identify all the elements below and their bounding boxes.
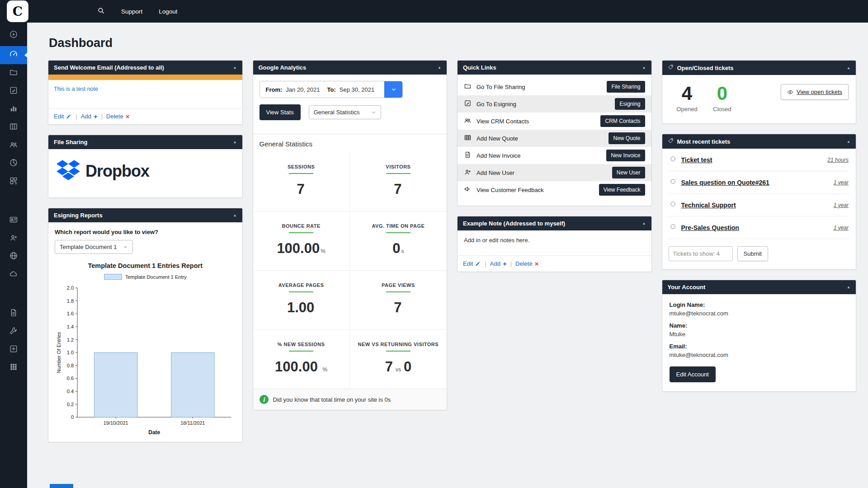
quick-link-new-quote[interactable]: Add New Quote New Quote <box>458 130 651 147</box>
sidebar-item-tables[interactable] <box>0 118 27 136</box>
edit-account-button[interactable]: Edit Account <box>670 366 716 382</box>
stat-avg-time-on-page: AVG. TIME ON PAGE 0s <box>350 211 447 271</box>
pencil-square-icon <box>464 99 472 108</box>
submit-button[interactable]: Submit <box>737 246 768 261</box>
svg-text:0: 0 <box>71 414 74 420</box>
view-open-tickets-button[interactable]: View open tickets <box>781 84 849 100</box>
sidebar-toggle-button[interactable] <box>0 27 27 43</box>
ticket-link[interactable]: Pre-Sales Question <box>681 224 739 231</box>
view-feedback-button[interactable]: View Feedback <box>599 184 645 196</box>
collapse-caret-icon[interactable]: ▲ <box>847 140 850 144</box>
edit-link[interactable]: Edit <box>463 260 481 267</box>
statistics-select[interactable]: General Statistics <box>309 105 381 119</box>
from-date-value[interactable]: Jan 20, 2021 <box>286 86 320 93</box>
delete-link[interactable]: Delete × <box>106 113 129 120</box>
sidebar-item-reports[interactable] <box>0 155 27 173</box>
panel-title: File Sharing <box>54 139 87 145</box>
panel-esigning-reports: Esigning Reports ▲ Which report would yo… <box>48 208 243 442</box>
add-link[interactable]: Add + <box>490 260 507 267</box>
sidebar-item-documents[interactable] <box>0 305 27 323</box>
quick-link-customer-feedback[interactable]: View Customer Feedback View Feedback <box>458 181 651 198</box>
collapse-caret-icon[interactable]: ▲ <box>233 66 237 70</box>
support-link[interactable]: Support <box>121 8 142 15</box>
ticket-age-link[interactable]: 1 year <box>834 179 849 186</box>
id-card-icon <box>9 215 18 226</box>
sidebar-item-add[interactable] <box>0 341 27 359</box>
search-icon[interactable] <box>97 7 105 16</box>
sidebar-item-tools[interactable] <box>0 323 27 341</box>
sidebar-item-add-user[interactable] <box>0 230 27 248</box>
svg-text:18/11/2021: 18/11/2021 <box>180 420 205 426</box>
top-navigation-bar: C Support Logout <box>0 0 868 23</box>
collapse-caret-icon[interactable]: ▲ <box>233 140 237 144</box>
sidebar-item-file-sharing[interactable] <box>0 64 27 82</box>
collapse-caret-icon[interactable]: ▲ <box>847 285 850 289</box>
collapse-caret-icon[interactable]: ▲ <box>847 66 850 70</box>
welcome-note-link[interactable]: This is a test note <box>54 86 98 92</box>
collapse-caret-icon[interactable]: ▲ <box>642 221 646 225</box>
quick-link-new-invoice[interactable]: Add New Invoice New Invoice <box>458 147 651 164</box>
megaphone-icon <box>464 185 472 194</box>
collapse-caret-icon[interactable]: ▲ <box>233 213 237 217</box>
svg-text:0.6: 0.6 <box>67 375 74 381</box>
entries-report-chart: Template Document 1 Entries Report Templ… <box>55 262 236 437</box>
sidebar-item-qr[interactable] <box>0 173 27 191</box>
quick-link-new-user[interactable]: Add New User New User <box>458 164 651 181</box>
bar-chart-icon <box>9 104 18 115</box>
chart-legend: Template Document 1 Entry <box>55 274 236 280</box>
sidebar-item-cloud[interactable] <box>0 266 27 284</box>
report-select[interactable]: Template Document 1 <box>55 240 133 254</box>
name-label: Name: <box>670 322 849 329</box>
sidebar-item-apps[interactable] <box>0 359 27 377</box>
stat-new-sessions: % NEW SESSIONS 100.00 % <box>253 330 350 389</box>
dropbox-logo[interactable]: Dropbox <box>48 149 242 197</box>
sidebar-item-esigning[interactable] <box>0 82 27 100</box>
svg-text:2.0: 2.0 <box>67 285 74 291</box>
quick-link-crm-contacts[interactable]: View CRM Contacts CRM Contacts <box>458 113 651 130</box>
sidebar-item-globe[interactable] <box>0 248 27 266</box>
file-sharing-button[interactable]: File Sharing <box>607 81 645 93</box>
app-logo[interactable]: C <box>7 1 28 22</box>
user-plus-icon <box>464 168 472 177</box>
panel-your-account: Your Account ▲ Login Name: mtuke@teknocr… <box>662 280 857 392</box>
view-stats-button[interactable]: View Stats <box>259 104 301 120</box>
ticket-link[interactable]: Ticket test <box>681 156 712 164</box>
panel-title: Example Note (Addressed to myself) <box>463 220 565 227</box>
add-link[interactable]: Add + <box>81 113 98 120</box>
sidebar-item-dashboard[interactable] <box>0 46 27 64</box>
panel-title: Your Account <box>668 284 706 291</box>
panel-title: Send Welcome Email (Addressed to all) <box>54 64 164 71</box>
new-user-button[interactable]: New User <box>612 167 645 178</box>
date-dropdown-button[interactable] <box>384 81 402 98</box>
collapse-caret-icon[interactable]: ▲ <box>438 66 441 70</box>
delete-link[interactable]: Delete × <box>515 260 538 267</box>
x-icon: × <box>126 113 130 120</box>
esigning-button[interactable]: Esigning <box>615 98 645 110</box>
ticket-link[interactable]: Sales question on Quote#261 <box>681 179 769 186</box>
ticket-link[interactable]: Technical Support <box>681 202 736 209</box>
quick-link-esigning[interactable]: Go To Esigning Esigning <box>458 95 651 113</box>
panel-header: Google Analytics ▲ <box>253 61 447 75</box>
sidebar-item-contacts[interactable] <box>0 136 27 155</box>
to-date-value[interactable]: Sep 30, 2021 <box>340 86 374 93</box>
qr-code-icon <box>9 176 18 187</box>
new-invoice-button[interactable]: New Invoice <box>606 150 645 161</box>
logout-link[interactable]: Logout <box>159 8 177 15</box>
collapse-caret-icon[interactable]: ▲ <box>642 66 646 70</box>
crm-contacts-button[interactable]: CRM Contacts <box>600 115 645 127</box>
chart-title: Template Document 1 Entries Report <box>55 262 236 269</box>
quick-link-file-sharing[interactable]: Go To File Sharing File Sharing <box>458 78 651 95</box>
statistics-grid: SESSIONS 7 VISITORS 7 BOUNCE RATE 100.00… <box>253 152 447 389</box>
plus-icon: + <box>94 113 98 120</box>
edit-link[interactable]: Edit <box>54 113 72 120</box>
tickets-to-show-input[interactable] <box>669 246 733 261</box>
ticket-age-link[interactable]: 21 hours <box>827 157 849 163</box>
date-range-picker[interactable]: From: Jan 20, 2021 To: Sep 30, 2021 <box>259 81 403 98</box>
new-quote-button[interactable]: New Quote <box>609 132 645 144</box>
ticket-age-link[interactable]: 1 year <box>834 202 849 208</box>
sidebar-item-id-card[interactable] <box>0 211 27 230</box>
sidebar-item-analytics[interactable] <box>0 100 27 118</box>
ticket-age-link[interactable]: 1 year <box>834 225 849 231</box>
svg-text:1.0: 1.0 <box>67 350 74 355</box>
circle-icon <box>670 155 676 164</box>
